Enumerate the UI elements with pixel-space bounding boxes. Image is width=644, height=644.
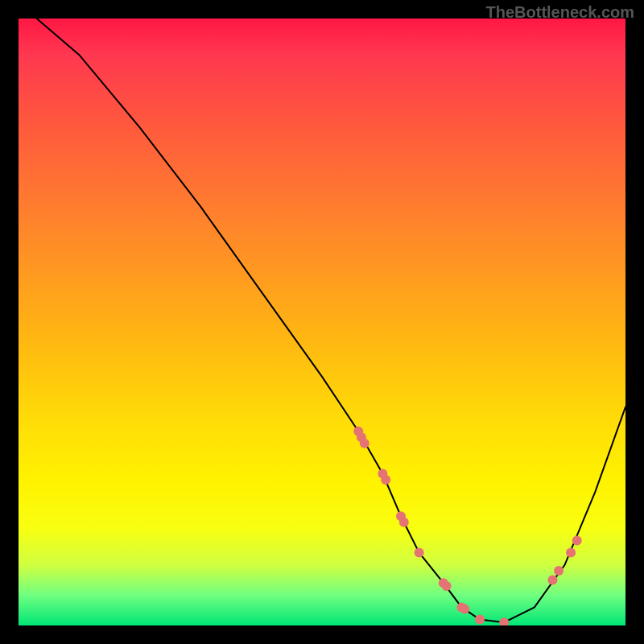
data-marker (554, 566, 564, 576)
data-marker (499, 617, 509, 625)
data-marker (442, 581, 452, 591)
data-marker (460, 605, 469, 614)
bottleneck-curve (37, 19, 625, 622)
watermark-text: TheBottleneck.com (486, 3, 634, 22)
data-marker (415, 548, 424, 558)
data-marker (475, 615, 485, 625)
chart-svg (19, 19, 625, 625)
data-marker (566, 548, 576, 558)
data-markers (353, 427, 582, 625)
data-marker (399, 518, 409, 527)
data-marker (548, 576, 558, 585)
plot-area (19, 19, 625, 625)
data-marker (381, 475, 390, 485)
data-marker (360, 439, 369, 448)
data-marker (572, 535, 582, 545)
